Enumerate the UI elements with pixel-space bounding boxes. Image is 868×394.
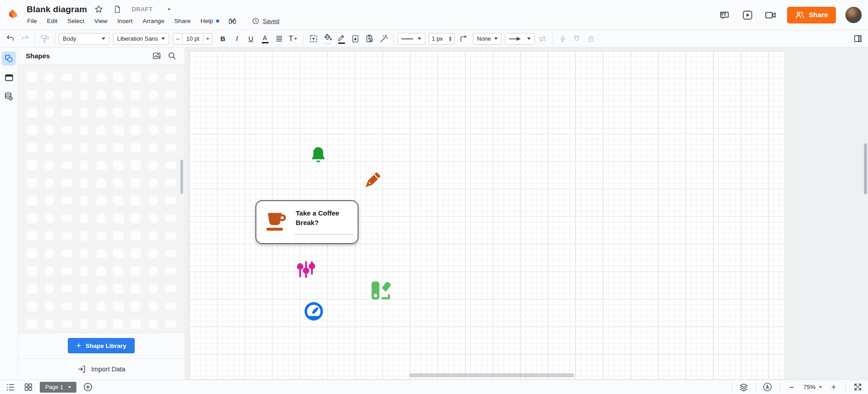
contain-shape-button[interactable] bbox=[307, 33, 320, 45]
shape-thumbnail[interactable] bbox=[96, 267, 106, 276]
shape-thumbnail[interactable] bbox=[113, 178, 124, 188]
shape-thumbnail[interactable] bbox=[96, 302, 106, 311]
shape-thumbnail[interactable] bbox=[27, 231, 37, 241]
zoom-in-button[interactable]: + bbox=[828, 381, 840, 393]
shape-thumbnail[interactable] bbox=[27, 178, 37, 188]
shape-thumbnail[interactable] bbox=[165, 91, 176, 98]
shape-thumbnail[interactable] bbox=[27, 160, 37, 170]
shape-thumbnail[interactable] bbox=[165, 250, 176, 257]
page-list-button[interactable] bbox=[5, 381, 16, 393]
shape-thumbnail[interactable] bbox=[113, 143, 124, 153]
menu-select[interactable]: Select bbox=[62, 18, 90, 24]
menu-help[interactable]: Help bbox=[195, 18, 218, 24]
shape-thumbnail[interactable] bbox=[80, 196, 88, 206]
shape-thumbnail[interactable] bbox=[27, 213, 37, 223]
line-width-spin-buttons[interactable] bbox=[449, 37, 452, 41]
shape-thumbnail[interactable] bbox=[44, 319, 54, 329]
redo-button[interactable] bbox=[18, 33, 31, 45]
shape-thumbnail[interactable] bbox=[113, 249, 124, 258]
document-status-icon[interactable] bbox=[111, 3, 124, 16]
shape-grid[interactable] bbox=[18, 65, 184, 333]
shape-thumbnail[interactable] bbox=[131, 249, 141, 258]
text-options-button[interactable]: T bbox=[287, 33, 299, 45]
font-size-increase-button[interactable]: + bbox=[203, 33, 212, 44]
shape-thumbnail[interactable] bbox=[131, 108, 141, 117]
shape-thumbnail[interactable] bbox=[80, 301, 88, 311]
shape-thumbnail[interactable] bbox=[113, 284, 124, 294]
text-align-button[interactable] bbox=[273, 33, 285, 45]
shape-thumbnail[interactable] bbox=[80, 160, 88, 170]
shape-thumbnail[interactable] bbox=[113, 266, 124, 276]
canvas-horizontal-scrollbar[interactable] bbox=[409, 373, 574, 377]
shape-thumbnail[interactable] bbox=[131, 231, 141, 241]
shape-thumbnail[interactable] bbox=[80, 319, 88, 329]
shape-thumbnail[interactable] bbox=[44, 266, 54, 276]
shape-thumbnail[interactable] bbox=[44, 125, 54, 135]
shape-thumbnail[interactable] bbox=[113, 213, 124, 223]
shape-thumbnail[interactable] bbox=[96, 178, 106, 188]
shape-thumbnail[interactable] bbox=[165, 303, 176, 310]
shape-thumbnail[interactable] bbox=[61, 162, 72, 169]
shape-thumbnail[interactable] bbox=[80, 125, 88, 135]
shape-thumbnail[interactable] bbox=[96, 90, 106, 99]
font-size-value[interactable]: 10 pt bbox=[182, 33, 203, 44]
coffee-break-card[interactable]: Take a Coffee Break? bbox=[255, 200, 359, 244]
shape-thumbnail[interactable] bbox=[131, 319, 141, 329]
feature-find-binoculars-icon[interactable] bbox=[226, 14, 239, 28]
shape-thumbnail[interactable] bbox=[27, 90, 37, 100]
shape-thumbnail[interactable] bbox=[131, 160, 141, 170]
shape-thumbnail[interactable] bbox=[165, 232, 176, 239]
shape-thumbnail[interactable] bbox=[131, 72, 141, 82]
shape-thumbnail[interactable] bbox=[61, 285, 72, 292]
shape-thumbnail[interactable] bbox=[61, 215, 72, 222]
line-style-dropdown[interactable] bbox=[397, 33, 425, 45]
shape-thumbnail[interactable] bbox=[61, 91, 72, 98]
share-button[interactable]: Share bbox=[787, 7, 836, 23]
palette-shape[interactable] bbox=[369, 280, 392, 301]
menu-share[interactable]: Share bbox=[169, 18, 195, 24]
bell-shape[interactable] bbox=[309, 145, 328, 164]
right-panel-toggle-button[interactable] bbox=[851, 33, 864, 45]
menu-arrange[interactable]: Arrange bbox=[137, 18, 169, 24]
shape-thumbnail[interactable] bbox=[165, 197, 176, 204]
line-endpoint-none-dropdown[interactable]: None bbox=[473, 33, 502, 45]
shape-thumbnail[interactable] bbox=[165, 127, 176, 134]
font-size-decrease-button[interactable]: – bbox=[173, 33, 182, 44]
shape-thumbnail[interactable] bbox=[61, 232, 72, 239]
shape-thumbnail[interactable] bbox=[131, 143, 141, 153]
shape-thumbnail[interactable] bbox=[44, 231, 54, 241]
shape-thumbnail[interactable] bbox=[80, 178, 88, 188]
shape-thumbnail[interactable] bbox=[96, 143, 106, 152]
shape-thumbnail[interactable] bbox=[165, 109, 176, 116]
shape-thumbnail[interactable] bbox=[80, 143, 88, 153]
shape-thumbnail[interactable] bbox=[131, 284, 141, 294]
zoom-level-dropdown[interactable]: 75% bbox=[802, 384, 824, 390]
shape-thumbnail[interactable] bbox=[96, 214, 106, 223]
shape-thumbnail[interactable] bbox=[61, 74, 72, 81]
shape-thumbnail[interactable] bbox=[131, 178, 141, 188]
shape-thumbnail[interactable] bbox=[44, 143, 54, 153]
shape-thumbnail[interactable] bbox=[165, 179, 176, 187]
shape-thumbnail[interactable] bbox=[80, 266, 88, 276]
shape-thumbnail[interactable] bbox=[61, 179, 72, 187]
underline-button[interactable]: U bbox=[245, 33, 257, 45]
shape-thumbnail[interactable] bbox=[44, 213, 54, 223]
shape-thumbnail[interactable] bbox=[27, 266, 37, 276]
shape-thumbnail[interactable] bbox=[148, 196, 158, 206]
import-data-button[interactable]: Import Data bbox=[18, 358, 184, 380]
shape-thumbnail[interactable] bbox=[113, 319, 124, 329]
magnetize-button[interactable] bbox=[571, 33, 583, 45]
shape-thumbnail[interactable] bbox=[96, 319, 106, 328]
shape-thumbnail[interactable] bbox=[148, 231, 158, 241]
data-linking-panel-tab[interactable] bbox=[2, 89, 16, 103]
shape-thumbnail[interactable] bbox=[165, 162, 176, 169]
shape-thumbnail[interactable] bbox=[113, 72, 124, 82]
shape-thumbnail[interactable] bbox=[96, 249, 106, 258]
shape-thumbnail[interactable] bbox=[148, 125, 158, 135]
fullscreen-button[interactable] bbox=[852, 381, 863, 393]
shape-thumbnail[interactable] bbox=[44, 249, 54, 258]
magic-style-wand-button[interactable] bbox=[377, 33, 390, 45]
shape-thumbnail[interactable] bbox=[165, 320, 176, 328]
shape-thumbnail[interactable] bbox=[148, 143, 158, 153]
shape-thumbnail[interactable] bbox=[61, 250, 72, 257]
